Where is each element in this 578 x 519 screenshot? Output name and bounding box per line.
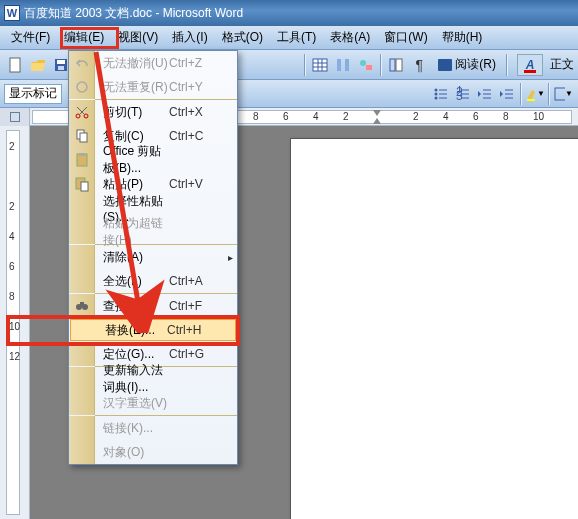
indent-marker-bottom[interactable] [373,118,381,124]
highlight-button[interactable]: ▼ [524,83,546,105]
new-doc-button[interactable] [4,54,26,76]
svg-point-17 [435,92,438,95]
svg-text:3: 3 [456,89,463,102]
clipboard-icon [74,152,90,168]
borders-button[interactable]: ▼ [552,83,574,105]
redo-icon [74,79,90,95]
menu-item-links: 链接(K)... [69,416,237,440]
table-icon [312,57,328,73]
window-title: 百度知道 2003 文档.doc - Microsoft Word [24,5,243,22]
menu-window[interactable]: 窗口(W) [377,26,434,49]
svg-rect-33 [527,99,535,101]
svg-rect-12 [366,65,372,70]
style-name-label: 正文 [550,56,574,73]
menu-bar: 文件(F) 编辑(E) 视图(V) 插入(I) 格式(O) 工具(T) 表格(A… [0,26,578,50]
copy-icon [74,128,90,144]
edit-menu-dropdown: 无法撤消(U)Ctrl+Z 无法重复(R)Ctrl+Y 剪切(T)Ctrl+X … [68,50,238,465]
svg-rect-14 [396,59,402,71]
menu-item-clear[interactable]: 清除(A)▸ [69,245,237,269]
menu-edit[interactable]: 编辑(E) [57,26,111,49]
outdent-icon [477,86,493,102]
svg-rect-45 [81,182,88,191]
doc-map-icon [388,57,404,73]
svg-rect-0 [10,58,20,72]
svg-rect-10 [345,59,349,71]
vertical-ruler: 2 2 4 6 8 10 12 [0,126,30,519]
svg-rect-48 [80,302,84,306]
numbering-icon: 123 [455,86,471,102]
svg-rect-34 [555,88,565,100]
bullets-button[interactable] [430,83,452,105]
menu-view[interactable]: 视图(V) [111,26,165,49]
svg-rect-43 [79,153,85,156]
shapes-icon [358,57,374,73]
menu-insert[interactable]: 插入(I) [165,26,214,49]
menu-item-select-all[interactable]: 全选(L)Ctrl+A [69,269,237,293]
menu-help[interactable]: 帮助(H) [435,26,490,49]
doc-map-button[interactable] [385,54,407,76]
svg-rect-4 [313,59,327,71]
style-selector[interactable]: 显示标记 [4,84,62,104]
drawing-button[interactable] [355,54,377,76]
paste-icon [74,176,90,192]
pilcrow-icon: ¶ [416,57,424,73]
menu-format[interactable]: 格式(O) [215,26,270,49]
menu-item-find[interactable]: 查找(F)...Ctrl+F [69,294,237,318]
border-icon [553,86,565,102]
show-marks-button[interactable]: ¶ [408,54,430,76]
menu-item-office-clipboard[interactable]: Office 剪贴板(B)... [69,148,237,172]
scissors-icon [74,104,90,120]
menu-tools[interactable]: 工具(T) [270,26,323,49]
svg-point-11 [360,60,366,66]
svg-rect-3 [58,66,64,70]
folder-open-icon [30,57,46,73]
svg-point-15 [435,88,438,91]
menu-item-hanzi: 汉字重选(V) [69,391,237,415]
decrease-indent-button[interactable] [474,83,496,105]
svg-point-35 [77,82,87,92]
menu-item-paste-link: 粘贴为超链接(H) [69,220,237,244]
tab-selector[interactable] [10,112,20,122]
bullets-icon [433,86,449,102]
document-page[interactable] [290,138,578,519]
svg-rect-9 [337,59,341,71]
submenu-arrow-icon: ▸ [223,252,237,263]
columns-icon [335,57,351,73]
indent-icon [499,86,515,102]
binoculars-icon [74,298,90,314]
menu-item-replace[interactable]: 替换(E)...Ctrl+H [70,319,236,341]
title-bar: W 百度知道 2003 文档.doc - Microsoft Word [0,0,578,26]
word-app-icon: W [4,5,20,21]
svg-point-19 [435,96,438,99]
menu-table[interactable]: 表格(A) [323,26,377,49]
menu-item-ime-dict[interactable]: 更新输入法词典(I)... [69,367,237,391]
svg-rect-41 [80,133,87,142]
insert-table-button[interactable] [309,54,331,76]
columns-button[interactable] [332,54,354,76]
svg-rect-2 [57,60,65,64]
highlighter-icon [525,86,537,102]
menu-item-cut[interactable]: 剪切(T)Ctrl+X [69,100,237,124]
reading-layout-button[interactable]: 阅读(R) [431,54,503,76]
new-doc-icon [7,57,23,73]
svg-rect-13 [390,59,395,71]
font-color-button[interactable]: A [517,54,543,76]
menu-item-redo: 无法重复(R)Ctrl+Y [69,75,237,99]
floppy-disk-icon [53,57,69,73]
increase-indent-button[interactable] [496,83,518,105]
undo-icon [74,55,90,71]
open-button[interactable] [27,54,49,76]
menu-item-object: 对象(O) [69,440,237,464]
menu-item-undo: 无法撤消(U)Ctrl+Z [69,51,237,75]
menu-file[interactable]: 文件(F) [4,26,57,49]
numbering-button[interactable]: 123 [452,83,474,105]
book-icon [438,59,452,71]
indent-marker-top[interactable] [373,110,381,116]
